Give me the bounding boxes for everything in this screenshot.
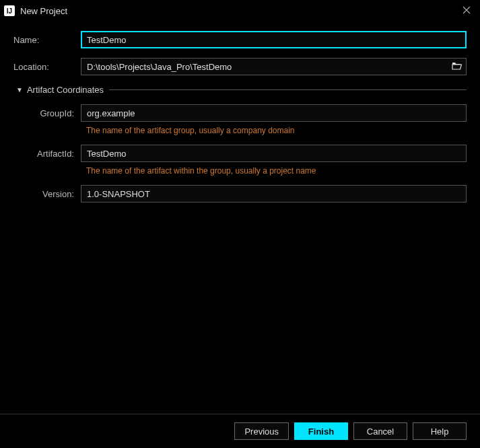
help-button[interactable]: Help: [413, 422, 467, 440]
chevron-down-icon: ▼: [16, 86, 23, 94]
version-input[interactable]: [81, 185, 467, 202]
app-icon: IJ: [4, 5, 15, 16]
finish-button[interactable]: Finish: [294, 422, 348, 440]
button-bar: Previous Finish Cancel Help: [0, 414, 480, 448]
content-area: Name: Location: ▼ Artifact Coordinates G…: [0, 22, 480, 414]
version-label: Version:: [13, 189, 81, 199]
artifactid-input[interactable]: [81, 145, 467, 162]
artifact-coordinates-toggle[interactable]: ▼ Artifact Coordinates: [13, 85, 467, 95]
section-divider: [109, 89, 467, 90]
name-label: Name:: [13, 35, 81, 45]
previous-button[interactable]: Previous: [234, 422, 289, 440]
artifactid-hint: The name of the artifact within the grou…: [81, 165, 316, 176]
cancel-button[interactable]: Cancel: [353, 422, 407, 440]
groupid-input[interactable]: [81, 104, 467, 122]
close-icon[interactable]: [460, 5, 473, 17]
groupid-hint: The name of the artifact group, usually …: [81, 124, 295, 135]
window-title: New Project: [20, 6, 460, 16]
name-input[interactable]: [81, 31, 467, 48]
artifact-section-title: Artifact Coordinates: [27, 85, 104, 95]
location-label: Location:: [13, 62, 81, 72]
artifactid-label: ArtifactId:: [13, 149, 81, 159]
titlebar: IJ New Project: [0, 0, 480, 22]
location-input[interactable]: [81, 58, 467, 75]
groupid-label: GroupId:: [13, 108, 81, 118]
